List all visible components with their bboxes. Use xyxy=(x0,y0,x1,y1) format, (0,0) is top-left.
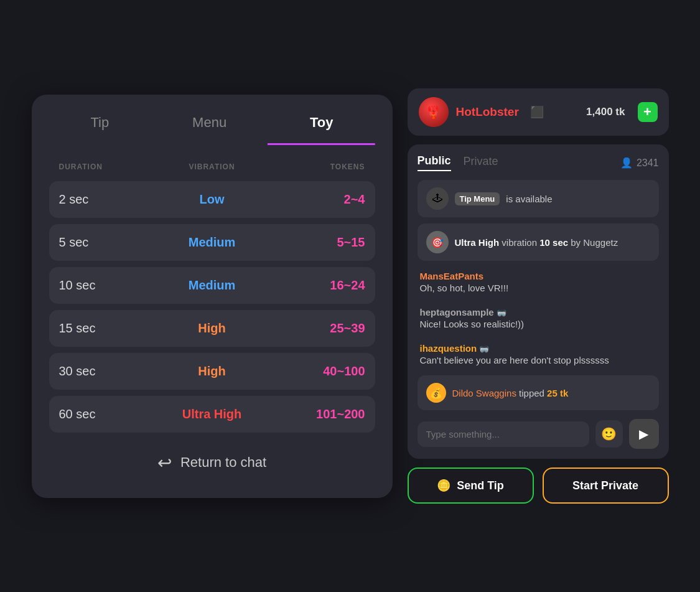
vibration-icon: 🎯 xyxy=(426,231,449,253)
tier-duration: 10 sec xyxy=(59,278,161,293)
system-icon: 🕹 xyxy=(426,187,449,210)
tier-vibration: Low xyxy=(161,192,263,207)
tip-message: 💰 Dildo Swaggins tipped 25 tk xyxy=(418,375,659,410)
chat-username: MansEatPants xyxy=(420,271,656,281)
tiers-list: 2 sec Low 2~4 5 sec Medium 5~15 10 sec M… xyxy=(49,181,375,433)
col-duration: DURATION xyxy=(59,162,161,171)
tier-tokens: 2~4 xyxy=(263,192,365,207)
coin-icon: 💰 xyxy=(426,383,446,403)
tier-row[interactable]: 2 sec Low 2~4 xyxy=(49,181,375,218)
chat-content: Oh, so hot, love VR!!! xyxy=(420,283,656,293)
tier-row[interactable]: 5 sec Medium 5~15 xyxy=(49,224,375,261)
chat-content: Nice! Looks so realistic!)) xyxy=(420,319,656,329)
tier-vibration: High xyxy=(161,321,263,336)
tier-row[interactable]: 15 sec High 25~39 xyxy=(49,310,375,347)
chat-tab-public[interactable]: Public xyxy=(418,154,451,171)
tier-tokens: 40~100 xyxy=(263,364,365,378)
user-header: 🦞 HotLobster ⬛ 1,400 tk + xyxy=(408,88,669,136)
tab-underline xyxy=(49,143,375,145)
tier-duration: 30 sec xyxy=(59,364,161,378)
viewer-number: 2341 xyxy=(637,157,659,169)
return-label: Return to chat xyxy=(180,454,266,471)
system-text: is available xyxy=(506,194,552,204)
viewer-icon: 👤 xyxy=(620,157,633,169)
chat-message-manseatpants: MansEatPants Oh, so hot, love VR!!! xyxy=(418,267,659,297)
tier-duration: 2 sec xyxy=(59,192,161,207)
tab-toy[interactable]: Toy xyxy=(295,110,348,136)
send-button[interactable]: ▶ xyxy=(629,419,659,449)
token-count: 1,400 tk xyxy=(586,106,625,118)
tier-row[interactable]: 60 sec Ultra High 101~200 xyxy=(49,396,375,433)
tier-row[interactable]: 30 sec High 40~100 xyxy=(49,353,375,390)
chat-content: Can't believe you are here don't stop pl… xyxy=(420,355,656,365)
tier-duration: 5 sec xyxy=(59,235,161,250)
send-tip-label: Send Tip xyxy=(457,479,504,492)
chat-tab-private[interactable]: Private xyxy=(464,155,498,171)
username: HotLobster xyxy=(456,105,519,119)
send-tip-button[interactable]: 🪙 Send Tip xyxy=(408,467,534,504)
return-icon: ↩ xyxy=(157,453,172,473)
logout-icon[interactable]: ⬛ xyxy=(530,105,544,119)
chat-message-heptagonsample: heptagonsample 🥽 Nice! Looks so realisti… xyxy=(418,303,659,333)
tier-vibration: High xyxy=(161,364,263,378)
system-message-tipmenu: 🕹 Tip Menu is available xyxy=(418,180,659,217)
tier-duration: 60 sec xyxy=(59,407,161,421)
screen: Tip Menu Toy DURATION VIBRATION TOKENS 2… xyxy=(0,0,700,592)
vibration-text: Ultra High vibration 10 sec by Nuggetz xyxy=(455,237,618,248)
chat-username: ihazquestion 🥽 xyxy=(420,343,656,354)
chat-input[interactable] xyxy=(418,421,589,447)
tier-row[interactable]: 10 sec Medium 16~24 xyxy=(49,267,375,304)
tier-vibration: Medium xyxy=(161,235,263,250)
tier-tokens: 25~39 xyxy=(263,321,365,336)
start-private-label: Start Private xyxy=(572,479,638,492)
bottom-buttons: 🪙 Send Tip Start Private xyxy=(408,467,669,504)
tier-tokens: 16~24 xyxy=(263,278,365,293)
column-headers: DURATION VIBRATION TOKENS xyxy=(49,157,375,176)
emoji-button[interactable]: 🙂 xyxy=(595,420,623,448)
return-to-chat-button[interactable]: ↩ Return to chat xyxy=(49,445,375,481)
chat-message-ihazquestion: ihazquestion 🥽 Can't believe you are her… xyxy=(418,339,659,369)
vibration-message: 🎯 Ultra High vibration 10 sec by Nuggetz xyxy=(418,223,659,261)
tier-duration: 15 sec xyxy=(59,321,161,336)
tip-text: Dildo Swaggins tipped 25 tk xyxy=(452,388,569,398)
viewer-count: 👤 2341 xyxy=(620,157,659,169)
tab-bar: Tip Menu Toy xyxy=(49,110,375,136)
start-private-button[interactable]: Start Private xyxy=(543,467,669,504)
left-panel: Tip Menu Toy DURATION VIBRATION TOKENS 2… xyxy=(32,95,393,498)
chat-tab-bar: Public Private 👤 2341 xyxy=(418,154,659,171)
chat-input-row: 🙂 ▶ xyxy=(418,419,659,449)
tier-tokens: 5~15 xyxy=(263,235,365,250)
tier-vibration: Medium xyxy=(161,278,263,293)
right-panel: 🦞 HotLobster ⬛ 1,400 tk + Public Private… xyxy=(408,88,669,504)
add-tokens-button[interactable]: + xyxy=(638,102,658,122)
tab-tip[interactable]: Tip xyxy=(75,110,124,136)
tip-menu-badge: Tip Menu xyxy=(455,192,500,205)
col-vibration: VIBRATION xyxy=(161,162,263,171)
chat-panel: Public Private 👤 2341 🕹 Tip Menu is avai… xyxy=(408,144,669,459)
send-tip-icon: 🪙 xyxy=(437,479,450,492)
chat-messages: 🕹 Tip Menu is available 🎯 Ultra High vib… xyxy=(418,180,659,410)
tier-tokens: 101~200 xyxy=(263,407,365,421)
col-tokens: TOKENS xyxy=(263,162,365,171)
tab-menu[interactable]: Menu xyxy=(177,110,241,136)
chat-username: heptagonsample 🥽 xyxy=(420,307,656,317)
avatar: 🦞 xyxy=(419,97,449,127)
tier-vibration: Ultra High xyxy=(161,407,263,421)
